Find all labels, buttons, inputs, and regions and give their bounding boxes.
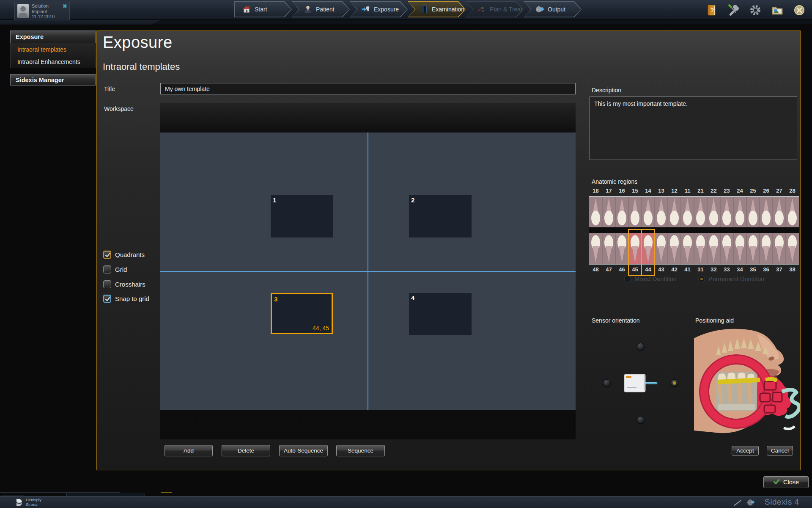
patient-avatar: [17, 4, 29, 18]
output-icon: [535, 5, 544, 14]
settings-icon[interactable]: [749, 3, 762, 17]
dialog-subtitle: Intraoral templates: [103, 61, 180, 72]
permanent-dentition-radio[interactable]: [698, 276, 705, 282]
frame-number: 3: [274, 295, 277, 303]
sidebar-items: Intraoral templates Intraoral Enhancemen…: [10, 43, 96, 68]
xray-exposure-icon: [361, 5, 370, 14]
frame-number: 1: [273, 196, 276, 204]
template-title-input[interactable]: [160, 83, 576, 94]
tab-output-label: Output: [548, 6, 565, 13]
option-crosshairs[interactable]: Crosshairs: [103, 280, 145, 288]
exit-icon[interactable]: [793, 3, 806, 17]
tooth-number: 42: [668, 266, 681, 273]
sensor-orientation-right-radio[interactable]: [671, 379, 678, 387]
top-action-icons: ?: [705, 3, 806, 17]
close-patient-icon[interactable]: ✖: [63, 3, 67, 9]
tooth-number: 43: [655, 266, 668, 273]
tooth-number: 22: [707, 188, 720, 194]
positioning-aid-label: Positioning aid: [695, 317, 734, 324]
tab-start[interactable]: Start: [234, 1, 292, 17]
tab-exposure-label: Exposure: [374, 6, 399, 13]
tooth-number: 18: [589, 188, 602, 194]
option-grid[interactable]: Grid: [103, 265, 127, 273]
positioning-aid-image: [694, 327, 800, 436]
tab-patient-label: Patient: [316, 6, 335, 13]
dentsply-sirona-logo: Dentsply Sirona: [15, 498, 41, 507]
tooth-number: 12: [668, 188, 681, 194]
exposure-frame-4[interactable]: 4: [409, 293, 472, 335]
sidebar-item-intraoral-templates[interactable]: Intraoral templates: [11, 43, 95, 55]
home-icon: [242, 5, 251, 14]
sidebar-item-intraoral-enhancements[interactable]: Intraoral Enhancements: [11, 55, 95, 68]
exposure-frame-1[interactable]: 1: [271, 195, 333, 237]
tooth-number: 31: [694, 266, 707, 273]
frame-number: 2: [411, 196, 414, 204]
bottom-orange-tick: [161, 492, 172, 493]
tab-plan-treat[interactable]: Plan & Treat: [466, 1, 524, 17]
tooth-number: 26: [760, 188, 773, 194]
globe-sync-icon[interactable]: [746, 498, 755, 508]
plan-treat-icon: [477, 5, 486, 14]
workspace-canvas[interactable]: 1 2 3 44, 45 4: [160, 103, 576, 439]
sensor-orientation-up-radio[interactable]: [637, 343, 645, 351]
tooth-number: 14: [642, 188, 655, 194]
tab-start-label: Start: [255, 6, 267, 13]
tooth-number: 35: [746, 266, 760, 273]
sensor-orientation-label: Sensor orientation: [592, 317, 640, 324]
snap-to-grid-label: Snap to grid: [115, 295, 149, 302]
sidexis-app-window: Solution Implant 11.12.2010 ✖ Start Pati…: [0, 0, 812, 508]
sensor-orientation-down-radio[interactable]: [637, 416, 645, 424]
brand-logo-icon: [15, 498, 23, 507]
patient-name-line2: Implant: [32, 9, 55, 14]
tooth-number: 16: [615, 188, 628, 194]
app-name: Sidexis 4: [765, 497, 799, 507]
sensor-orientation-left-radio[interactable]: [603, 379, 611, 387]
tab-output[interactable]: Output: [524, 1, 582, 17]
tooth-number: 48: [589, 266, 602, 273]
snap-to-grid-checkbox[interactable]: [103, 295, 111, 303]
tab-exposure[interactable]: Exposure: [350, 1, 408, 17]
sidebar-section-sidexis-manager[interactable]: Sidexis Manager: [10, 74, 96, 86]
crosshairs-checkbox[interactable]: [103, 280, 111, 288]
quadrants-label: Quadrants: [115, 251, 145, 258]
exposure-frame-2[interactable]: 2: [409, 195, 472, 237]
tooth-number: 25: [746, 188, 760, 194]
workspace-label: Workspace: [104, 105, 134, 112]
accept-button[interactable]: Accept: [732, 446, 759, 456]
cancel-button[interactable]: Cancel: [767, 446, 793, 456]
permanent-dentition-label: Permanent Dentition: [708, 276, 764, 282]
examination-icon: [419, 5, 428, 14]
description-textarea[interactable]: This is my most important template.: [590, 97, 797, 160]
tab-patient[interactable]: Patient: [292, 1, 350, 17]
help-icon[interactable]: ?: [705, 3, 718, 17]
media-gallery-icon[interactable]: [771, 3, 784, 17]
intraoral-templates-dialog: Exposure Intraoral templates Title Works…: [96, 30, 801, 470]
anatomic-regions-label: Anatomic regions: [592, 178, 637, 185]
grid-checkbox[interactable]: [103, 265, 111, 273]
quadrants-checkbox[interactable]: [103, 251, 111, 259]
mixed-dentition-option[interactable]: Mixed Dentition: [624, 276, 677, 282]
mixed-dentition-radio[interactable]: [624, 276, 631, 282]
tab-examination[interactable]: Examination: [408, 1, 466, 17]
auto-sequence-button[interactable]: Auto-Sequence: [279, 445, 328, 456]
permanent-dentition-option[interactable]: Permanent Dentition: [698, 276, 764, 282]
edit-pencil-icon[interactable]: [733, 500, 743, 508]
tab-examination-label: Examination: [432, 6, 464, 13]
brand-line1: Dentsply: [26, 498, 41, 502]
teeth-chart[interactable]: [589, 196, 799, 265]
tooth-number: 17: [602, 188, 615, 194]
tooth-number: 36: [760, 266, 773, 273]
option-quadrants[interactable]: Quadrants: [103, 251, 145, 259]
patient-card[interactable]: Solution Implant 11.12.2010 ✖: [14, 2, 70, 20]
description-label: Description: [592, 87, 621, 94]
frame-teeth-label: 44, 45: [313, 325, 329, 331]
delete-button[interactable]: Delete: [222, 445, 270, 456]
sequence-button[interactable]: Sequence: [336, 445, 385, 456]
exposure-frame-3-selected[interactable]: 3 44, 45: [271, 293, 333, 334]
tools-icon[interactable]: [727, 3, 740, 17]
add-button[interactable]: Add: [165, 445, 213, 456]
option-snap-to-grid[interactable]: Snap to grid: [103, 295, 149, 303]
close-button[interactable]: Close: [763, 476, 809, 488]
sidebar-section-exposure[interactable]: Exposure: [10, 30, 96, 43]
left-sidebar: Exposure Intraoral templates Intraoral E…: [10, 30, 96, 86]
